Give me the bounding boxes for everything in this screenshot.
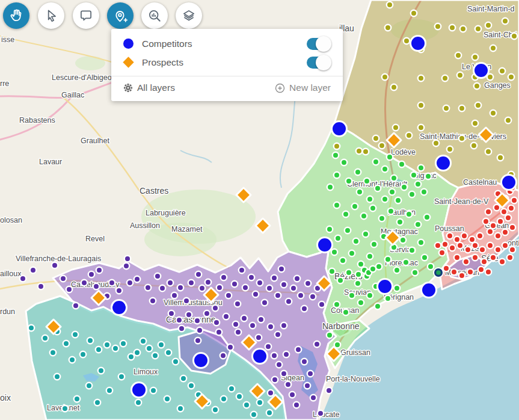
green-territory-points[interactable] <box>364 178 370 184</box>
olive-territory-points[interactable] <box>449 25 455 31</box>
purple-territory-points[interactable] <box>123 263 129 269</box>
green-territory-points[interactable] <box>375 303 381 309</box>
olive-territory-points[interactable] <box>443 105 449 111</box>
purple-territory-points[interactable] <box>168 310 174 317</box>
teal-territory-points[interactable] <box>106 388 112 394</box>
red-territory-points[interactable] <box>472 255 478 261</box>
green-territory-points[interactable] <box>345 227 351 233</box>
green-territory-points[interactable] <box>389 189 395 195</box>
olive-territory-points[interactable] <box>459 105 465 111</box>
purple-territory-points[interactable] <box>289 392 295 398</box>
green-territory-points[interactable] <box>327 332 333 338</box>
red-territory-points[interactable] <box>457 242 463 249</box>
teal-territory-points[interactable] <box>146 345 152 351</box>
purple-territory-points[interactable] <box>197 327 203 333</box>
red-territory-points[interactable] <box>478 267 484 273</box>
olive-territory-points[interactable] <box>418 102 424 108</box>
red-territory-points[interactable] <box>499 259 505 265</box>
green-territory-points[interactable] <box>387 154 393 160</box>
teal-territory-points[interactable] <box>266 410 272 416</box>
purple-territory-points[interactable] <box>167 280 173 286</box>
olive-territory-points[interactable] <box>475 26 481 32</box>
red-territory-points[interactable] <box>485 209 491 215</box>
purple-territory-points[interactable] <box>235 301 241 307</box>
green-territory-points[interactable] <box>375 185 381 191</box>
olive-territory-points[interactable] <box>508 74 514 80</box>
teal-territory-points[interactable] <box>158 342 164 348</box>
teal-territory-points[interactable] <box>86 383 92 389</box>
teal-territory-points[interactable] <box>104 342 110 348</box>
add-pin-tool-button[interactable] <box>107 2 134 29</box>
green-territory-points[interactable] <box>343 211 349 217</box>
red-territory-points[interactable] <box>497 218 503 224</box>
purple-territory-points[interactable] <box>127 280 133 286</box>
pan-tool-button[interactable] <box>3 2 29 29</box>
teal-territory-points[interactable] <box>69 357 75 363</box>
olive-territory-points[interactable] <box>418 125 424 131</box>
purple-territory-points[interactable] <box>66 286 72 292</box>
new-layer-button[interactable]: New layer <box>275 82 331 93</box>
green-territory-points[interactable] <box>358 300 364 306</box>
teal-territory-points[interactable] <box>118 374 124 380</box>
green-territory-points[interactable] <box>412 270 418 276</box>
purple-territory-points[interactable] <box>283 351 289 357</box>
competitor-marker[interactable] <box>194 353 209 368</box>
olive-territory-points[interactable] <box>475 102 481 108</box>
teal-territory-points[interactable] <box>50 350 56 356</box>
purple-territory-points[interactable] <box>314 341 320 347</box>
teal-territory-points[interactable] <box>140 338 146 344</box>
purple-territory-points[interactable] <box>199 285 205 291</box>
red-territory-points[interactable] <box>483 218 489 224</box>
olive-territory-points[interactable] <box>460 26 466 32</box>
competitor-marker[interactable] <box>378 279 393 294</box>
teal-territory-points[interactable] <box>180 375 186 381</box>
purple-territory-points[interactable] <box>310 395 316 401</box>
green-territory-points[interactable] <box>422 255 428 261</box>
red-territory-points[interactable] <box>449 245 455 251</box>
red-territory-points[interactable] <box>505 215 511 221</box>
teal-territory-points[interactable] <box>98 368 104 374</box>
purple-territory-points[interactable] <box>226 292 232 298</box>
olive-territory-points[interactable] <box>387 2 393 8</box>
purple-territory-points[interactable] <box>205 279 211 285</box>
purple-territory-points[interactable] <box>262 300 268 306</box>
purple-territory-points[interactable] <box>307 371 313 377</box>
red-territory-points[interactable] <box>442 241 448 247</box>
layers-tool-button[interactable] <box>176 2 202 29</box>
purple-territory-points[interactable] <box>73 303 79 309</box>
teal-territory-points[interactable] <box>221 396 227 402</box>
green-territory-points[interactable] <box>334 202 340 208</box>
green-territory-points[interactable] <box>394 267 400 273</box>
green-territory-points[interactable] <box>406 211 412 217</box>
red-territory-points[interactable] <box>481 259 487 265</box>
purple-territory-points[interactable] <box>275 332 281 338</box>
teal-territory-points[interactable] <box>96 347 102 353</box>
red-territory-points[interactable] <box>479 247 485 253</box>
red-territory-points[interactable] <box>487 229 493 235</box>
purple-territory-points[interactable] <box>38 283 44 289</box>
olive-territory-points[interactable] <box>356 148 362 154</box>
purple-territory-points[interactable] <box>268 324 274 330</box>
competitor-marker[interactable] <box>474 63 489 78</box>
green-territory-points[interactable] <box>335 235 341 241</box>
purple-territory-points[interactable] <box>310 294 316 300</box>
green-territory-points[interactable] <box>357 189 363 195</box>
red-territory-points[interactable] <box>509 224 515 230</box>
purple-territory-points[interactable] <box>304 383 310 389</box>
purple-territory-points[interactable] <box>286 298 292 304</box>
olive-territory-points[interactable] <box>511 33 517 39</box>
purple-territory-points[interactable] <box>239 267 245 273</box>
purple-territory-points[interactable] <box>250 323 256 329</box>
purple-territory-points[interactable] <box>272 377 278 383</box>
olive-territory-points[interactable] <box>457 72 463 78</box>
green-territory-points[interactable] <box>379 215 385 221</box>
red-territory-points[interactable] <box>495 233 501 239</box>
purple-territory-points[interactable] <box>241 315 247 321</box>
green-territory-points[interactable] <box>397 219 403 225</box>
olive-territory-points[interactable] <box>391 84 397 90</box>
purple-territory-points[interactable] <box>298 292 304 298</box>
purple-territory-points[interactable] <box>183 298 189 304</box>
green-territory-points[interactable] <box>401 184 407 190</box>
purple-territory-points[interactable] <box>276 362 282 368</box>
purple-territory-points[interactable] <box>281 282 287 288</box>
